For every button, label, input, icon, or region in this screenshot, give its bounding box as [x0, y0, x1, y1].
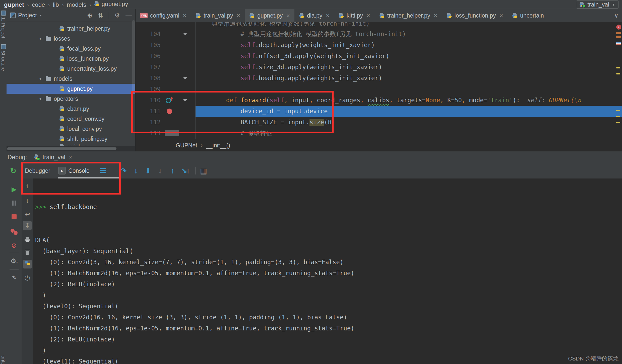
- tree-item-local_conv.py[interactable]: local_conv.py: [7, 124, 135, 134]
- stripe-mark-orange[interactable]: [616, 36, 621, 38]
- sidebar-item-favorites[interactable]: orites: [0, 355, 6, 364]
- sidebar-item-project[interactable]: 1: Project: [0, 17, 6, 38]
- tree-item-trainer_helper.py[interactable]: trainer_helper.py: [7, 24, 135, 34]
- debug-console[interactable]: >>> self.backbone DLA( (base_layer): Seq…: [33, 178, 622, 364]
- fold-column[interactable]: [176, 62, 196, 73]
- breadcrumb-method[interactable]: __init__(): [206, 142, 230, 149]
- gutter-icons[interactable]: [164, 73, 176, 84]
- run-to-cursor-button[interactable]: ↘I: [181, 166, 189, 175]
- fold-column[interactable]: [176, 73, 196, 84]
- smart-step-into-button[interactable]: ↓: [156, 166, 165, 175]
- sidebar-item-structure[interactable]: Structure: [0, 51, 6, 71]
- tree-item-models[interactable]: ▼models: [7, 74, 135, 84]
- editor-scroll-stripe[interactable]: !: [615, 22, 622, 139]
- close-tab-icon[interactable]: ×: [434, 12, 438, 19]
- run-configuration-selector[interactable]: train_val ▼: [576, 1, 618, 9]
- close-tab-icon[interactable]: ×: [286, 12, 290, 19]
- close-tab-icon[interactable]: ×: [183, 12, 186, 19]
- resume-button[interactable]: ▶: [7, 186, 22, 193]
- gutter-icons[interactable]: [164, 51, 176, 62]
- evaluate-expression-button[interactable]: ▦: [200, 166, 207, 175]
- mute-breakpoints-button[interactable]: ⊘: [7, 242, 22, 249]
- history-down-button[interactable]: ↓: [22, 197, 33, 204]
- print-button[interactable]: [22, 236, 33, 244]
- settings-icon[interactable]: ⚙: [114, 12, 120, 19]
- structure-toolwindow-icon[interactable]: [1, 44, 6, 49]
- expand-arrow-icon[interactable]: ▼: [39, 97, 43, 101]
- locate-file-icon[interactable]: ⊕: [87, 12, 92, 19]
- close-tab-icon[interactable]: ×: [237, 12, 240, 19]
- close-session-icon[interactable]: ×: [69, 154, 72, 161]
- pin-tab-button[interactable]: ✒: [6, 269, 22, 286]
- stripe-mark-yellow[interactable]: [616, 122, 620, 123]
- breadcrumb-item[interactable]: lib: [53, 1, 59, 8]
- stop-button[interactable]: [7, 213, 22, 221]
- tab-dla.py[interactable]: dla.py×: [294, 9, 334, 22]
- stripe-mark-yellow[interactable]: [616, 116, 620, 117]
- settings-gear-button[interactable]: ⚙▾: [7, 257, 22, 265]
- gutter-icons[interactable]: [164, 29, 176, 40]
- project-toolwindow-icon[interactable]: [1, 11, 6, 16]
- tree-item-focal_loss.py[interactable]: focal_loss.py: [7, 44, 135, 54]
- debug-session-tab[interactable]: train_val: [42, 154, 65, 161]
- project-horizontal-scrollbar[interactable]: [7, 146, 135, 151]
- step-into-button[interactable]: ↓: [132, 166, 140, 175]
- fold-icon[interactable]: [183, 33, 187, 35]
- tree-item-operators[interactable]: ▼operators: [7, 94, 135, 104]
- fold-column[interactable]: [176, 51, 196, 62]
- tab-uncertain[interactable]: uncertain: [508, 9, 548, 22]
- fold-icon[interactable]: [183, 77, 187, 79]
- tree-item-swish.py[interactable]: swish.py: [7, 144, 135, 146]
- collapse-all-icon[interactable]: ⇅: [98, 12, 103, 19]
- chevron-down-icon[interactable]: ▼: [612, 3, 615, 7]
- stripe-mark-orange[interactable]: [616, 32, 621, 34]
- pause-button[interactable]: [7, 200, 22, 207]
- expand-arrow-icon[interactable]: ▼: [39, 37, 43, 41]
- force-step-into-button[interactable]: ⇓: [144, 166, 152, 175]
- clear-all-button[interactable]: [22, 249, 33, 256]
- tabs-overflow-chevron-icon[interactable]: ∨: [614, 12, 618, 19]
- stripe-mark-yellow[interactable]: [616, 73, 620, 74]
- stripe-mark-preview[interactable]: [616, 42, 621, 45]
- python-console-button[interactable]: [23, 260, 32, 268]
- gutter-icons[interactable]: [164, 40, 176, 51]
- close-tab-icon[interactable]: ×: [326, 12, 330, 19]
- tree-item-shift_pooling.py[interactable]: shift_pooling.py: [7, 134, 135, 144]
- fold-column[interactable]: [176, 29, 196, 40]
- tree-item-loss_function.py[interactable]: loss_function.py: [7, 54, 135, 64]
- expand-arrow-icon[interactable]: ▼: [39, 77, 43, 81]
- scroll-to-end-button[interactable]: ↧: [23, 221, 32, 230]
- scrollbar-thumb[interactable]: [7, 147, 116, 150]
- rerun-button[interactable]: ↻: [10, 166, 16, 175]
- command-history-button[interactable]: ◷: [22, 274, 33, 282]
- gutter-icons[interactable]: [164, 62, 176, 73]
- project-tree-scrollbar[interactable]: [132, 20, 135, 93]
- close-tab-icon[interactable]: ×: [366, 12, 370, 19]
- tab-kitti.py[interactable]: kitti.py×: [334, 9, 375, 22]
- view-breakpoints-button[interactable]: [7, 229, 22, 236]
- tab-gupnet.py[interactable]: gupnet.py×: [245, 9, 294, 22]
- breadcrumb-item[interactable]: models: [67, 1, 86, 8]
- fold-column[interactable]: [176, 40, 196, 51]
- hide-panel-icon[interactable]: —: [126, 12, 132, 19]
- close-tab-icon[interactable]: ×: [499, 12, 503, 19]
- tree-item-cbam.py[interactable]: cbam.py: [7, 104, 135, 114]
- breadcrumb-item[interactable]: gupnet: [4, 1, 24, 8]
- breadcrumb-item[interactable]: code: [32, 1, 45, 8]
- tree-item-gupnet.py[interactable]: gupnet.py: [7, 84, 135, 94]
- tree-item-losses[interactable]: ▼losses: [7, 34, 135, 44]
- console-input-line[interactable]: >>> self.backbone: [35, 202, 622, 213]
- stripe-mark-error[interactable]: !: [616, 25, 621, 30]
- stripe-mark-yellow[interactable]: [616, 110, 620, 111]
- tree-item-coord_conv.py[interactable]: coord_conv.py: [7, 114, 135, 124]
- tab-config.yaml[interactable]: YMLconfig.yaml×: [136, 9, 191, 22]
- tab-train_val.py[interactable]: train_val.py×: [191, 9, 245, 22]
- soft-wrap-button[interactable]: ↩: [22, 211, 33, 218]
- tab-trainer_helper.py[interactable]: trainer_helper.py×: [375, 9, 442, 22]
- step-out-button[interactable]: ↑: [168, 166, 177, 175]
- project-panel-title[interactable]: Project: [18, 12, 37, 19]
- stripe-mark-yellow[interactable]: [616, 67, 620, 68]
- tab-loss_function.py[interactable]: loss_function.py×: [442, 9, 508, 22]
- breadcrumb-class[interactable]: GUPNet: [176, 142, 197, 149]
- breadcrumb-item[interactable]: gupnet.py: [94, 1, 128, 8]
